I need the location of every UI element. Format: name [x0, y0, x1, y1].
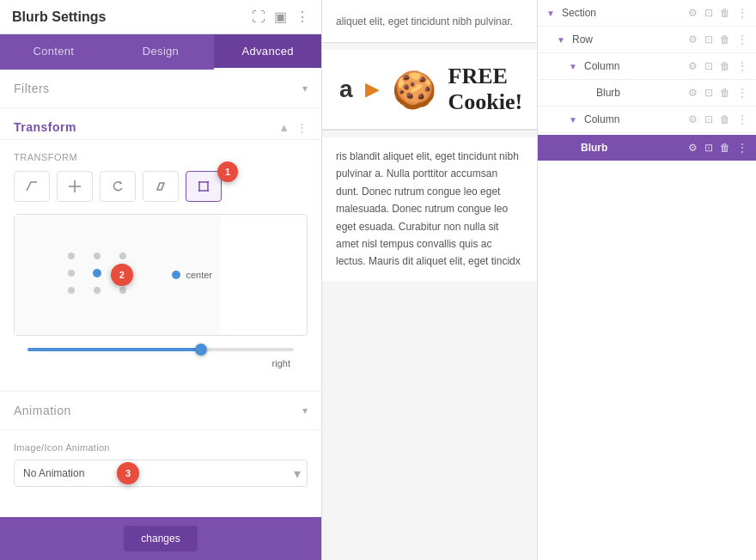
svg-point-11 [93, 269, 101, 277]
column1-delete-icon[interactable]: 🗑 [720, 60, 730, 72]
transform-section-header[interactable]: Transform ▲ ⋮ [0, 108, 321, 140]
blurb2-action-icons: ⚙ ⊡ 🗑 ⋮ [688, 142, 747, 154]
transform-move-button[interactable] [57, 171, 93, 202]
structure-column2-row[interactable]: ▼ Column ⚙ ⊡ 🗑 ⋮ [538, 107, 756, 133]
section-expand-icon: ▼ [546, 9, 557, 18]
blurb2-duplicate-icon[interactable]: ⊡ [704, 142, 713, 154]
blurb1-delete-icon[interactable]: 🗑 [720, 87, 730, 99]
structure-column2-label: Column [584, 113, 619, 125]
column2-more-icon[interactable]: ⋮ [737, 113, 747, 125]
structure-blurb2-label: Blurb [581, 142, 607, 154]
structure-blurb1-left: Blurb [581, 87, 620, 99]
column1-more-icon[interactable]: ⋮ [737, 60, 747, 72]
transform-more-icon[interactable]: ⋮ [296, 121, 308, 134]
section-settings-icon[interactable]: ⚙ [688, 7, 698, 19]
transform-title: Transform [14, 120, 76, 134]
structure-blurb1-label: Blurb [596, 87, 620, 99]
animation-select-wrapper: No Animation Fade Slide Bounce Zoom ▾ 3 [14, 460, 308, 487]
center-content-area: aliquet elit, eget tincidunt nibh pulvin… [322, 0, 537, 560]
tab-content[interactable]: Content [0, 34, 107, 70]
section-delete-icon[interactable]: 🗑 [720, 7, 730, 19]
structure-section-row[interactable]: ▼ Section ⚙ ⊡ 🗑 ⋮ [538, 0, 756, 27]
promo-text: FREE Cookie! [448, 64, 523, 115]
blurb2-settings-icon[interactable]: ⚙ [688, 142, 698, 154]
promo-letter: a [339, 76, 353, 103]
transform-shear-button[interactable] [143, 171, 179, 202]
cookie-icon: 🍪 [392, 69, 436, 111]
animation-section-header[interactable]: Animation ▾ [0, 392, 321, 430]
transform-skew-button[interactable] [14, 171, 50, 202]
animation-content: Image/Icon Animation No Animation Fade S… [0, 430, 321, 499]
blurb2-more-icon[interactable]: ⋮ [737, 142, 747, 154]
header-icons: ⛶ ▣ ⋮ [252, 9, 309, 25]
transform-type-buttons: 1 [14, 171, 308, 202]
svg-rect-4 [207, 181, 209, 183]
svg-rect-6 [207, 190, 209, 192]
panel-body: Filters ▾ Transform ▲ ⋮ Transform [0, 70, 321, 517]
row-duplicate-icon[interactable]: ⊡ [704, 33, 713, 46]
svg-point-15 [119, 287, 126, 294]
row-delete-icon[interactable]: 🗑 [720, 33, 730, 46]
structure-column2-left: ▼ Column [569, 113, 619, 125]
row-settings-icon[interactable]: ⚙ [688, 33, 698, 46]
column2-duplicate-icon[interactable]: ⊡ [704, 113, 713, 125]
column2-delete-icon[interactable]: 🗑 [720, 113, 730, 125]
transform-label: Transform [14, 152, 308, 162]
slider-fill [27, 348, 201, 351]
section-duplicate-icon[interactable]: ⊡ [704, 7, 713, 19]
structure-row-label: Row [572, 33, 593, 46]
bottom-bar: changes [0, 517, 321, 560]
filters-section-header[interactable]: Filters ▾ [0, 70, 321, 108]
lorem-text: aliquet elit, eget tincidunt nibh pulvin… [336, 14, 513, 29]
tab-advanced[interactable]: Advanced [214, 34, 321, 70]
panel-title: Blurb Settings [12, 9, 106, 25]
content-top: aliquet elit, eget tincidunt nibh pulvin… [322, 0, 537, 43]
tab-bar: Content Design Advanced [0, 34, 321, 70]
animation-select[interactable]: No Animation Fade Slide Bounce Zoom [14, 460, 308, 487]
center-label: center [186, 270, 212, 280]
transform-content: Transform [0, 140, 321, 392]
badge-3: 3 [117, 462, 139, 484]
structure-blurb1-row[interactable]: Blurb ⚙ ⊡ 🗑 ⋮ [538, 80, 756, 107]
structure-blurb2-row[interactable]: Blurb ⚙ ⊡ 🗑 ⋮ [538, 135, 756, 161]
structure-column1-row[interactable]: ▼ Column ⚙ ⊡ 🗑 ⋮ [538, 53, 756, 80]
slider-label: right [272, 358, 290, 368]
slider-track[interactable] [27, 348, 294, 351]
animation-chevron-down-icon: ▾ [302, 405, 308, 417]
structure-section-label: Section [562, 7, 596, 19]
row-expand-icon: ▼ [557, 35, 567, 45]
layout-icon[interactable]: ▣ [274, 9, 287, 25]
row-more-icon[interactable]: ⋮ [737, 33, 747, 46]
panel-header: Blurb Settings ⛶ ▣ ⋮ [0, 0, 321, 34]
slider-thumb[interactable] [195, 344, 207, 356]
transform-rotate-button[interactable] [100, 171, 136, 202]
section-action-icons: ⚙ ⊡ 🗑 ⋮ [688, 7, 747, 19]
content-bottom: ris blandit aliquet elit, eget tincidunt… [322, 137, 537, 281]
column1-settings-icon[interactable]: ⚙ [688, 60, 698, 72]
transform-visual-container: center 2 right [14, 214, 308, 379]
column1-expand-icon: ▼ [569, 62, 579, 71]
svg-rect-3 [198, 181, 200, 183]
column1-duplicate-icon[interactable]: ⊡ [704, 60, 713, 72]
more-icon[interactable]: ⋮ [296, 9, 309, 25]
blurb1-settings-icon[interactable]: ⚙ [688, 87, 698, 99]
transform-visual: center 2 [14, 214, 308, 336]
column2-action-icons: ⚙ ⊡ 🗑 ⋮ [688, 113, 747, 125]
fullscreen-icon[interactable]: ⛶ [252, 9, 265, 25]
structure-row-row[interactable]: ▼ Row ⚙ ⊡ 🗑 ⋮ [538, 27, 756, 53]
body-text: ris blandit aliquet elit, eget tincidunt… [336, 148, 523, 271]
section-more-icon[interactable]: ⋮ [737, 7, 747, 19]
tab-design[interactable]: Design [107, 34, 215, 70]
svg-point-13 [68, 287, 75, 294]
right-panel: ▼ Section ⚙ ⊡ 🗑 ⋮ ▼ Row ⚙ ⊡ 🗑 ⋮ ▼ Column… [537, 0, 756, 560]
column1-action-icons: ⚙ ⊡ 🗑 ⋮ [688, 60, 747, 72]
structure-column1-left: ▼ Column [569, 60, 619, 72]
unsaved-changes-button[interactable]: changes [124, 526, 197, 551]
select-container: No Animation Fade Slide Bounce Zoom ▾ [14, 460, 308, 487]
blurb1-duplicate-icon[interactable]: ⊡ [704, 87, 713, 99]
blurb2-delete-icon[interactable]: 🗑 [720, 142, 730, 154]
blurb1-more-icon[interactable]: ⋮ [737, 87, 747, 99]
transform-scale-button[interactable]: 1 [186, 171, 222, 202]
transform-collapse-icon[interactable]: ▲ [278, 121, 290, 134]
column2-settings-icon[interactable]: ⚙ [688, 113, 698, 125]
